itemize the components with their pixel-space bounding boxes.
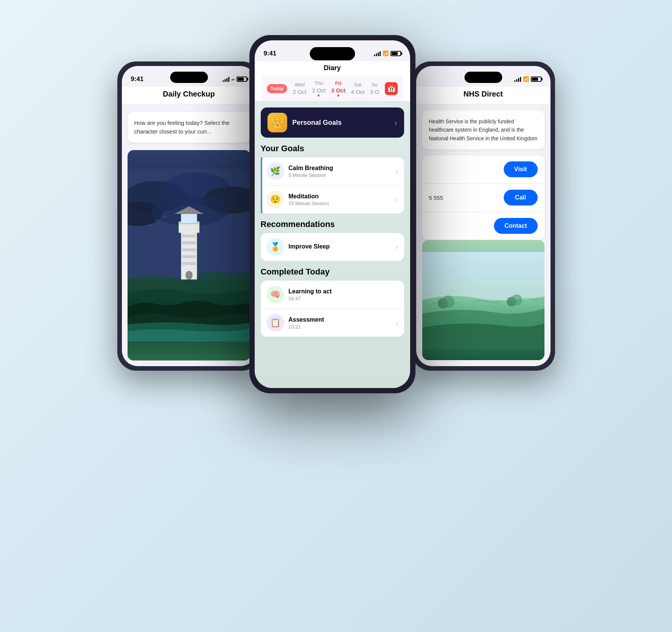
center-screen: 9:41 📶 — [255, 40, 410, 388]
left-signal-icon — [223, 77, 229, 82]
svg-rect-19 — [185, 271, 192, 279]
today-badge[interactable]: Today — [267, 84, 287, 93]
center-signal-icon — [374, 51, 381, 56]
completed-title: Completed Today — [261, 267, 404, 277]
assessment-time: 13:21 — [289, 324, 396, 330]
recommendations-title: Recommendations — [261, 219, 404, 229]
learning-text: Learning to act 16:47 — [289, 288, 398, 301]
center-wifi-icon: 📶 — [383, 51, 389, 56]
calendar-strip[interactable]: Today Wed 2 Oct Thu 2 Oct Fri 3 O — [262, 77, 403, 101]
calendar-icon[interactable]: 📅 — [385, 82, 398, 95]
recommendations-card: 🏅 Improve Sleep › — [261, 233, 404, 261]
left-title: Daily Checkup — [129, 90, 249, 98]
learning-time: 16:47 — [289, 296, 398, 301]
calendar-day-wed: Wed 2 Oct — [293, 82, 306, 95]
center-status-time: 9:41 — [264, 50, 277, 57]
left-screen-content: 9:41 𝓌 — [122, 66, 256, 366]
left-screen: 9:41 𝓌 — [122, 66, 256, 366]
left-chat-bubble: How are you feeling today? Select the ch… — [128, 112, 251, 143]
phone-center: 9:41 📶 — [249, 35, 415, 393]
thu-dot — [318, 95, 320, 97]
left-wifi-icon: 𝓌 — [231, 76, 235, 82]
nhs-bottom-image — [422, 240, 544, 360]
completed-learning[interactable]: 🧠 Learning to act 16:47 — [261, 281, 404, 309]
calm-breathing-sub: 5 Minute Session — [289, 172, 396, 178]
left-status-time: 9:41 — [131, 75, 144, 83]
your-goals-section: Your Goals 🌿 Calm Breathing 5 Minute Ses… — [261, 144, 404, 213]
completed-section: Completed Today 🧠 Learning to act 16:47 — [261, 267, 404, 337]
nhs-contact-row: Contact — [422, 212, 544, 240]
right-header: NHS Direct — [416, 87, 551, 104]
goal-improve-sleep[interactable]: 🏅 Improve Sleep › — [261, 233, 404, 261]
phones-container: 9:41 𝓌 — [110, 24, 563, 608]
calendar-day-fri[interactable]: Fri 3 Oct — [331, 80, 346, 97]
center-screen-content: 9:41 📶 — [255, 40, 410, 388]
meditation-icon: 😌 — [267, 191, 284, 208]
center-status-icons: 📶 — [374, 51, 401, 56]
right-signal-icon — [514, 77, 521, 82]
completed-assessment[interactable]: 📋 Assessment 13:21 › — [261, 309, 404, 337]
improve-sleep-icon: 🏅 — [267, 238, 284, 256]
nhs-actions-card: Visit 5 555 Call Contact — [422, 155, 544, 240]
improve-sleep-name: Improve Sleep — [289, 243, 396, 250]
calendar-day-sun[interactable]: Su 5 O — [370, 82, 379, 95]
calm-breathing-chevron: › — [396, 167, 398, 175]
goal-calm-breathing[interactable]: 🌿 Calm Breathing 5 Minute Session › — [261, 157, 404, 186]
fri-dot — [337, 95, 339, 97]
calm-breathing-name: Calm Breathing — [289, 165, 396, 172]
left-chat-text: How are you feeling today? Select the ch… — [134, 120, 230, 135]
svg-rect-12 — [182, 249, 196, 251]
right-screen: 📶 NHS Direct Health Service is the publi… — [416, 66, 551, 366]
assessment-text: Assessment 13:21 — [289, 316, 396, 330]
learning-icon: 🧠 — [267, 286, 284, 303]
svg-rect-17 — [181, 214, 197, 224]
nhs-description: Health Service is the publicly funded he… — [429, 117, 538, 143]
diary-content: 👑 Personal Goals › Your Goals 🌿 — [255, 101, 410, 388]
svg-rect-10 — [182, 235, 196, 237]
calendar-day-sat[interactable]: Sat 4 Oct — [351, 82, 364, 95]
personal-goals-banner[interactable]: 👑 Personal Goals › — [261, 107, 404, 138]
center-title: Diary — [262, 64, 403, 77]
svg-point-25 — [511, 295, 522, 305]
goal-meditation[interactable]: 😌 Meditation 15 Minute Session › — [261, 186, 404, 213]
center-dynamic-island — [310, 47, 355, 60]
personal-goals-chevron: › — [395, 118, 397, 127]
nhs-visit-button[interactable]: Visit — [504, 161, 538, 177]
svg-point-23 — [441, 296, 454, 308]
center-header: Diary Today Wed 2 Oct Thu 2 Oct — [255, 61, 410, 101]
your-goals-title: Your Goals — [261, 144, 404, 153]
completed-card: 🧠 Learning to act 16:47 📋 Assessment — [261, 281, 404, 337]
goals-card-wrapper: 🌿 Calm Breathing 5 Minute Session › 😌 — [261, 157, 404, 213]
phone-right: 📶 NHS Direct Health Service is the publi… — [412, 61, 555, 371]
personal-goals-label: Personal Goals — [292, 119, 395, 127]
svg-rect-11 — [182, 241, 196, 244]
left-battery-icon — [237, 77, 247, 82]
left-image-lighthouse — [128, 150, 251, 360]
nhs-phone-number: 5 555 — [429, 195, 443, 201]
svg-rect-13 — [182, 255, 196, 258]
recommendations-section: Recommendations 🏅 Improve Sleep › — [261, 219, 404, 261]
right-status-icons: 📶 — [514, 76, 541, 82]
nhs-contact-button[interactable]: Contact — [494, 218, 538, 234]
improve-sleep-text: Improve Sleep — [289, 243, 396, 251]
meditation-text: Meditation 15 Minute Session — [289, 193, 396, 206]
right-dynamic-island — [464, 72, 502, 83]
improve-sleep-chevron: › — [396, 243, 398, 251]
left-header: Daily Checkup — [122, 87, 256, 104]
calendar-day-thu[interactable]: Thu 2 Oct — [312, 80, 326, 97]
nhs-description-card: Health Service is the publicly funded he… — [422, 110, 544, 149]
nhs-call-button[interactable]: Call — [504, 190, 538, 206]
svg-rect-14 — [182, 262, 196, 265]
calm-breathing-icon: 🌿 — [267, 163, 284, 180]
right-title: NHS Direct — [424, 90, 543, 98]
assessment-name: Assessment — [289, 316, 396, 323]
meditation-chevron: › — [396, 196, 398, 204]
goals-card: 🌿 Calm Breathing 5 Minute Session › 😌 — [261, 157, 404, 213]
assessment-chevron: › — [396, 319, 398, 327]
nhs-visit-row: Visit — [422, 155, 544, 183]
left-dynamic-island — [170, 72, 208, 83]
right-screen-content: 📶 NHS Direct Health Service is the publi… — [416, 66, 551, 366]
left-status-icons: 𝓌 — [223, 76, 247, 82]
meditation-name: Meditation — [289, 193, 396, 200]
center-battery-icon — [391, 51, 401, 56]
